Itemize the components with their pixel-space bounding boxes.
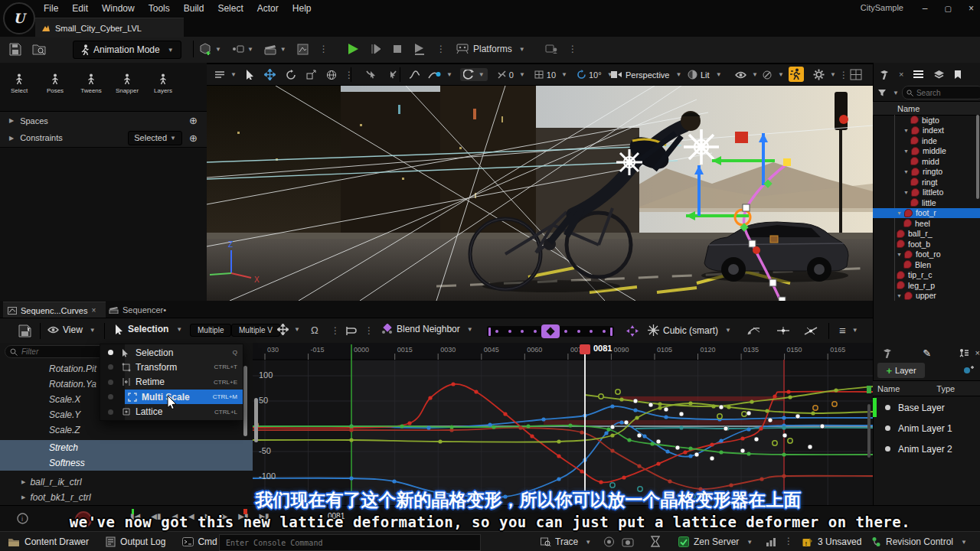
expand-arrow-icon[interactable]: ▼	[897, 252, 902, 257]
viewport-menu-button[interactable]: ▼	[214, 70, 237, 79]
expand-arrow-icon[interactable]: ▶	[21, 494, 25, 500]
menu-help[interactable]: Help	[286, 1, 318, 16]
status-overflow-icon[interactable]: ⋮	[784, 536, 793, 546]
menu-window[interactable]: Window	[95, 1, 142, 16]
menu-item-multi-scale[interactable]: Multi ScaleCTRL+M	[125, 390, 243, 404]
layer-options-icon[interactable]	[963, 365, 974, 375]
frame-skip-button[interactable]	[370, 43, 382, 55]
curves-toggle-icon[interactable]	[409, 70, 420, 80]
anim-tool-poses[interactable]: Poses	[42, 73, 68, 94]
level-tab[interactable]: Small_City_Cyber_LVL	[35, 18, 184, 37]
outliner-row-heel[interactable]: heel	[873, 218, 980, 229]
constraints-filter-dropdown[interactable]: Selected▼	[128, 131, 182, 145]
expand-arrow-icon[interactable]: ▼	[903, 148, 909, 154]
scale-tool-icon[interactable]	[306, 70, 316, 80]
tab-sequencer-curves[interactable]: Sequenc...Curves ×	[3, 302, 106, 318]
platforms-button[interactable]: Platforms ▼	[456, 41, 525, 57]
spaces-section[interactable]: ▶ Spaces ⊕	[0, 111, 207, 130]
output-log-button[interactable]: Output Log	[106, 536, 165, 547]
select-next-icon[interactable]	[386, 70, 397, 80]
outliner-row-tip_r_c[interactable]: tip_r_c	[873, 270, 980, 281]
straighten-tangent-icon[interactable]	[804, 326, 818, 336]
show-flags-dropdown[interactable]: ▼	[735, 71, 758, 79]
insights-icon[interactable]	[766, 537, 776, 546]
snap-overflow-icon[interactable]: ⋮	[331, 325, 340, 336]
orbit-snap-button[interactable]: ▼	[460, 68, 488, 81]
layers-tab-icon[interactable]	[933, 70, 945, 80]
tools-hammer-icon[interactable]	[879, 70, 890, 80]
outliner-scrollbar[interactable]	[976, 115, 979, 199]
transform-overflow-icon[interactable]: ⋮	[345, 70, 354, 80]
outliner-row-ball_r_[interactable]: ball_r_	[873, 229, 980, 240]
blueprints-button[interactable]: ▼	[232, 44, 253, 54]
add-space-icon[interactable]: ⊕	[189, 115, 198, 126]
expand-arrow-icon[interactable]: ▶	[21, 479, 25, 485]
outliner-row-foot_r[interactable]: ▼foot_r	[873, 208, 980, 219]
play-options-icon[interactable]: ⋮	[436, 44, 446, 54]
minimize-button[interactable]: –	[923, 3, 928, 14]
layers-header-row[interactable]: Name Type	[873, 380, 980, 396]
playhead-handle[interactable]	[580, 344, 590, 354]
layer-row-anim-layer-2[interactable]: Anim Layer 2	[873, 439, 980, 459]
outliner-search-input[interactable]: Search	[902, 86, 980, 99]
flatten-tangent-icon[interactable]	[776, 326, 790, 336]
expand-arrow-icon[interactable]: ▼	[897, 293, 902, 298]
snap-value-icon[interactable]	[345, 326, 357, 336]
curve-editor-menu[interactable]: ≡▼	[839, 324, 858, 337]
outliner-row-foot_b[interactable]: foot_b	[873, 239, 980, 249]
blend-tool-dropdown[interactable]: Blend Neighbor▼	[381, 324, 473, 334]
unsaved-button[interactable]: ! 3 Unsaved	[802, 536, 861, 547]
outliner-row-midd[interactable]: midd	[873, 156, 980, 167]
tab-sequencer[interactable]: Sequencer•	[109, 302, 166, 318]
hourglass-icon[interactable]	[651, 536, 660, 547]
viewmode-brush-dropdown[interactable]: ▼	[763, 70, 784, 80]
key-value-field-a[interactable]: Multiple	[190, 324, 231, 337]
menu-item-selection[interactable]: SelectionQ	[100, 345, 243, 360]
interpolation-dropdown[interactable]: Cubic (smart)▼	[648, 324, 731, 336]
anim-tool-layers[interactable]: Layers	[150, 73, 176, 94]
menu-item-transform[interactable]: TransformCTRL+T	[100, 360, 243, 374]
outliner-row-ringto[interactable]: ▼ringto	[873, 167, 980, 178]
menu-edit[interactable]: Edit	[65, 1, 95, 16]
bookmark-icon[interactable]	[954, 70, 962, 80]
viewport-overflow-icon[interactable]: ⋮	[839, 70, 848, 80]
anim-tool-snapper[interactable]: Snapper	[114, 73, 140, 94]
relax-arrows-icon[interactable]	[626, 325, 639, 337]
outliner-row-indext[interactable]: ▼indext	[873, 126, 980, 136]
play-button[interactable]	[346, 42, 360, 56]
outliner-row-middle[interactable]: ▼middle	[873, 146, 980, 157]
cinematics-button[interactable]: ▼	[264, 44, 286, 55]
channel-foot_bk1_r_ctrl[interactable]: ▶foot_bk1_r_ctrl	[0, 490, 253, 505]
outliner-row-leg_r_p[interactable]: leg_r_p	[873, 280, 980, 291]
layer-row-base-layer[interactable]: Base Layer	[873, 397, 980, 418]
axis-snap-dropdown[interactable]: ▼	[277, 324, 300, 335]
project-settings-icon[interactable]	[545, 44, 559, 55]
settings-overflow-icon[interactable]: ⋮	[568, 44, 577, 54]
snap-grid-button[interactable]: 10▼	[534, 70, 567, 80]
channel-ball_r_ik_ctrl[interactable]: ▶ball_r_ik_ctrl	[0, 474, 253, 490]
snap-move-button[interactable]: 0▼	[497, 70, 525, 80]
mode-selector[interactable]: Animation Mode ▼	[73, 41, 181, 59]
chevron-down-icon[interactable]: ▼	[893, 90, 899, 96]
curve-graph[interactable]: 030-015000000150030004500600075009001050…	[253, 343, 873, 505]
screenshot-icon[interactable]	[603, 536, 615, 547]
capture-icon[interactable]	[622, 536, 634, 547]
graph-left-scrollbar[interactable]	[254, 398, 258, 442]
expand-arrow-icon[interactable]: ▼	[903, 169, 909, 174]
snap-rotate-button[interactable]: 10°▼	[577, 70, 613, 80]
outliner-row-bigto[interactable]: bigto	[873, 115, 980, 126]
lit-dropdown[interactable]: Lit▼	[688, 70, 722, 80]
channel-softness[interactable]: Softness	[0, 455, 253, 471]
menu-actor[interactable]: Actor	[250, 1, 286, 16]
pen-tab-icon[interactable]: ✎	[923, 347, 931, 359]
add-constraint-icon[interactable]: ⊕	[189, 132, 198, 144]
trace-dropdown[interactable]: Trace▼	[541, 536, 591, 547]
close-icon[interactable]: ×	[899, 70, 903, 79]
anim-tool-select[interactable]: Select	[6, 73, 32, 94]
key-value-field-b[interactable]: Multiple V	[231, 324, 280, 337]
channel-scale-z[interactable]: Scale.Z	[0, 422, 253, 438]
console-command-input[interactable]	[219, 534, 481, 551]
add-actor-button[interactable]: ▼	[199, 43, 221, 55]
outliner-row-ringt[interactable]: ringt	[873, 177, 980, 187]
filter-funnel-icon[interactable]	[877, 89, 887, 96]
